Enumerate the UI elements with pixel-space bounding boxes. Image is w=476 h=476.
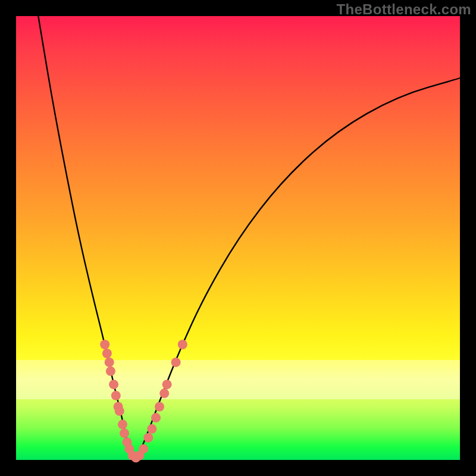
sample-dot [143,433,153,443]
sample-dot [178,340,187,349]
sample-dot [106,367,115,376]
sample-dot [139,444,148,453]
chart-frame: TheBottleneck.com [0,0,476,476]
sample-dot [162,380,172,389]
watermark-text: TheBottleneck.com [337,1,471,18]
sample-dot [109,380,118,389]
sample-dot [159,389,169,398]
sample-dot [155,402,164,412]
curve-layer [16,16,460,460]
sample-dot [151,413,161,422]
sample-dot [118,419,127,429]
sample-dot [120,428,129,438]
sample-dot [105,358,114,367]
sample-dot [111,391,121,400]
sample-dot [115,406,124,416]
bottleneck-curve [38,16,460,457]
sample-dot [102,349,112,358]
sample-dot [147,424,156,434]
sample-dot [171,358,181,367]
plot-area [16,16,460,460]
sample-dot [100,340,109,349]
